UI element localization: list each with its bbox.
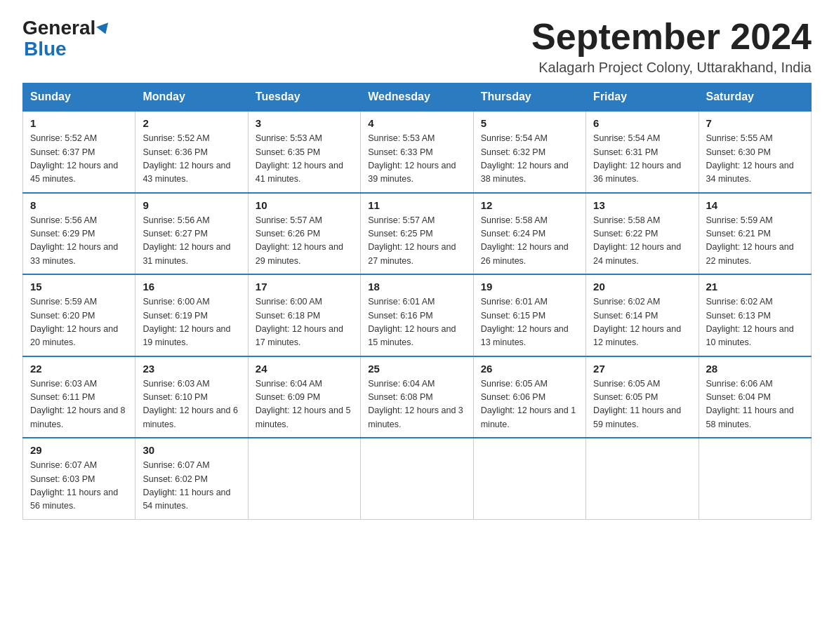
day-number: 20 — [593, 281, 691, 293]
logo-general-text: General — [22, 17, 95, 39]
day-number: 26 — [481, 363, 578, 375]
calendar-cell: 21Sunrise: 6:02 AMSunset: 6:13 PMDayligh… — [699, 274, 811, 356]
calendar-cell: 16Sunrise: 6:00 AMSunset: 6:19 PMDayligh… — [135, 274, 248, 356]
day-info: Sunrise: 5:59 AMSunset: 6:20 PMDaylight:… — [30, 295, 128, 350]
day-number: 11 — [368, 199, 465, 211]
day-number: 3 — [256, 117, 353, 129]
weekday-header-row: SundayMondayTuesdayWednesdayThursdayFrid… — [23, 83, 812, 112]
day-info: Sunrise: 5:52 AMSunset: 6:36 PMDaylight:… — [143, 132, 240, 187]
calendar-cell: 15Sunrise: 5:59 AMSunset: 6:20 PMDayligh… — [23, 274, 135, 356]
day-number: 5 — [481, 117, 578, 129]
day-number: 14 — [706, 199, 804, 211]
calendar-cell: 22Sunrise: 6:03 AMSunset: 6:11 PMDayligh… — [23, 356, 135, 438]
day-number: 12 — [481, 199, 578, 211]
day-info: Sunrise: 6:01 AMSunset: 6:15 PMDaylight:… — [481, 295, 578, 350]
day-info: Sunrise: 5:55 AMSunset: 6:30 PMDaylight:… — [706, 132, 804, 187]
day-number: 18 — [368, 281, 465, 293]
weekday-header-tuesday: Tuesday — [248, 83, 360, 112]
day-info: Sunrise: 5:58 AMSunset: 6:24 PMDaylight:… — [481, 214, 578, 269]
day-number: 22 — [30, 363, 128, 375]
day-number: 23 — [143, 363, 240, 375]
calendar-cell: 24Sunrise: 6:04 AMSunset: 6:09 PMDayligh… — [248, 356, 360, 438]
calendar-week-row: 29Sunrise: 6:07 AMSunset: 6:03 PMDayligh… — [23, 438, 812, 519]
day-info: Sunrise: 6:04 AMSunset: 6:09 PMDaylight:… — [256, 377, 353, 432]
day-number: 16 — [143, 281, 240, 293]
calendar-week-row: 15Sunrise: 5:59 AMSunset: 6:20 PMDayligh… — [23, 274, 812, 356]
day-info: Sunrise: 5:54 AMSunset: 6:32 PMDaylight:… — [481, 132, 578, 187]
day-info: Sunrise: 6:02 AMSunset: 6:13 PMDaylight:… — [706, 295, 804, 350]
day-number: 6 — [593, 117, 691, 129]
day-info: Sunrise: 6:06 AMSunset: 6:04 PMDaylight:… — [706, 377, 804, 432]
calendar-cell: 17Sunrise: 6:00 AMSunset: 6:18 PMDayligh… — [248, 274, 360, 356]
calendar-cell: 29Sunrise: 6:07 AMSunset: 6:03 PMDayligh… — [23, 438, 135, 519]
calendar-cell: 28Sunrise: 6:06 AMSunset: 6:04 PMDayligh… — [699, 356, 811, 438]
day-info: Sunrise: 6:07 AMSunset: 6:03 PMDaylight:… — [30, 459, 128, 514]
calendar-cell: 23Sunrise: 6:03 AMSunset: 6:10 PMDayligh… — [135, 356, 248, 438]
day-info: Sunrise: 5:54 AMSunset: 6:31 PMDaylight:… — [593, 132, 691, 187]
calendar-cell: 30Sunrise: 6:07 AMSunset: 6:02 PMDayligh… — [135, 438, 248, 519]
day-info: Sunrise: 5:57 AMSunset: 6:26 PMDaylight:… — [256, 214, 353, 269]
title-block: September 2024 Kalagarh Project Colony, … — [531, 17, 812, 76]
weekday-header-saturday: Saturday — [699, 83, 811, 112]
calendar-cell — [586, 438, 699, 519]
day-info: Sunrise: 6:03 AMSunset: 6:11 PMDaylight:… — [30, 377, 128, 432]
calendar-cell: 26Sunrise: 6:05 AMSunset: 6:06 PMDayligh… — [473, 356, 585, 438]
weekday-header-wednesday: Wednesday — [361, 83, 473, 112]
day-number: 29 — [30, 444, 128, 456]
calendar-cell — [699, 438, 811, 519]
calendar-cell: 5Sunrise: 5:54 AMSunset: 6:32 PMDaylight… — [473, 111, 585, 193]
day-number: 7 — [706, 117, 804, 129]
calendar-cell: 13Sunrise: 5:58 AMSunset: 6:22 PMDayligh… — [586, 193, 699, 275]
location-title: Kalagarh Project Colony, Uttarakhand, In… — [531, 60, 812, 76]
calendar-cell: 27Sunrise: 6:05 AMSunset: 6:05 PMDayligh… — [586, 356, 699, 438]
day-number: 1 — [30, 117, 128, 129]
calendar-cell: 4Sunrise: 5:53 AMSunset: 6:33 PMDaylight… — [361, 111, 473, 193]
calendar-cell — [248, 438, 360, 519]
calendar-cell — [361, 438, 473, 519]
day-number: 10 — [256, 199, 353, 211]
day-info: Sunrise: 5:52 AMSunset: 6:37 PMDaylight:… — [30, 132, 128, 187]
calendar-cell: 19Sunrise: 6:01 AMSunset: 6:15 PMDayligh… — [473, 274, 585, 356]
calendar-cell: 18Sunrise: 6:01 AMSunset: 6:16 PMDayligh… — [361, 274, 473, 356]
calendar-cell: 3Sunrise: 5:53 AMSunset: 6:35 PMDaylight… — [248, 111, 360, 193]
day-info: Sunrise: 6:02 AMSunset: 6:14 PMDaylight:… — [593, 295, 691, 350]
calendar-week-row: 8Sunrise: 5:56 AMSunset: 6:29 PMDaylight… — [23, 193, 812, 275]
calendar-table: SundayMondayTuesdayWednesdayThursdayFrid… — [22, 83, 812, 520]
day-info: Sunrise: 5:57 AMSunset: 6:25 PMDaylight:… — [368, 214, 465, 269]
day-info: Sunrise: 6:04 AMSunset: 6:08 PMDaylight:… — [368, 377, 465, 432]
calendar-week-row: 22Sunrise: 6:03 AMSunset: 6:11 PMDayligh… — [23, 356, 812, 438]
day-number: 30 — [143, 444, 240, 456]
page-header: General Blue September 2024 Kalagarh Pro… — [22, 17, 812, 76]
day-info: Sunrise: 6:00 AMSunset: 6:19 PMDaylight:… — [143, 295, 240, 350]
calendar-cell: 12Sunrise: 5:58 AMSunset: 6:24 PMDayligh… — [473, 193, 585, 275]
day-number: 2 — [143, 117, 240, 129]
day-info: Sunrise: 6:01 AMSunset: 6:16 PMDaylight:… — [368, 295, 465, 350]
weekday-header-friday: Friday — [586, 83, 699, 112]
day-number: 13 — [593, 199, 691, 211]
day-number: 19 — [481, 281, 578, 293]
calendar-week-row: 1Sunrise: 5:52 AMSunset: 6:37 PMDaylight… — [23, 111, 812, 193]
day-number: 17 — [256, 281, 353, 293]
weekday-header-monday: Monday — [135, 83, 248, 112]
day-number: 9 — [143, 199, 240, 211]
day-number: 4 — [368, 117, 465, 129]
logo-blue-text: Blue — [22, 38, 110, 60]
day-info: Sunrise: 6:03 AMSunset: 6:10 PMDaylight:… — [143, 377, 240, 432]
calendar-cell: 20Sunrise: 6:02 AMSunset: 6:14 PMDayligh… — [586, 274, 699, 356]
weekday-header-sunday: Sunday — [23, 83, 135, 112]
day-number: 15 — [30, 281, 128, 293]
day-info: Sunrise: 5:53 AMSunset: 6:35 PMDaylight:… — [256, 132, 353, 187]
calendar-cell: 25Sunrise: 6:04 AMSunset: 6:08 PMDayligh… — [361, 356, 473, 438]
day-number: 28 — [706, 363, 804, 375]
day-info: Sunrise: 6:05 AMSunset: 6:05 PMDaylight:… — [593, 377, 691, 432]
day-number: 24 — [256, 363, 353, 375]
logo: General Blue — [22, 17, 110, 60]
day-info: Sunrise: 6:05 AMSunset: 6:06 PMDaylight:… — [481, 377, 578, 432]
day-number: 27 — [593, 363, 691, 375]
day-number: 21 — [706, 281, 804, 293]
calendar-cell: 11Sunrise: 5:57 AMSunset: 6:25 PMDayligh… — [361, 193, 473, 275]
day-info: Sunrise: 5:58 AMSunset: 6:22 PMDaylight:… — [593, 214, 691, 269]
calendar-cell: 6Sunrise: 5:54 AMSunset: 6:31 PMDaylight… — [586, 111, 699, 193]
calendar-cell: 7Sunrise: 5:55 AMSunset: 6:30 PMDaylight… — [699, 111, 811, 193]
calendar-cell: 10Sunrise: 5:57 AMSunset: 6:26 PMDayligh… — [248, 193, 360, 275]
